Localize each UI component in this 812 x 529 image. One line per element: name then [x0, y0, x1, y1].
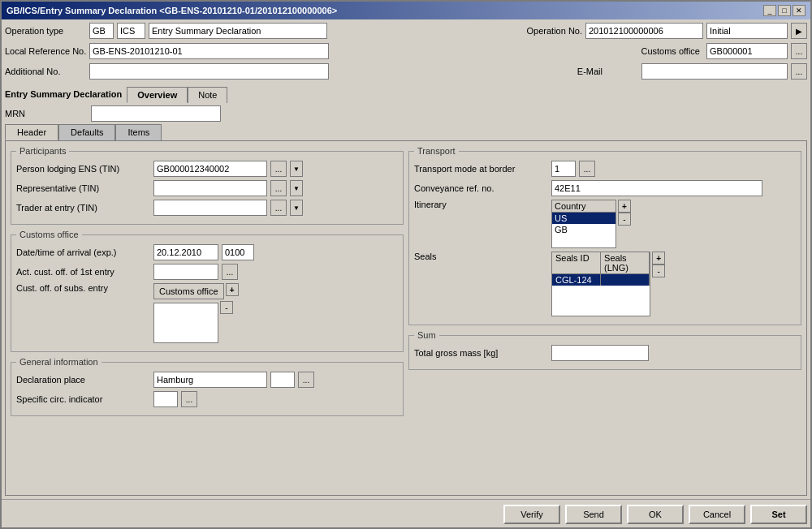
set-button[interactable]: Set [750, 505, 807, 524]
time-value[interactable] [222, 244, 254, 260]
operation-no-label: Operation No. [527, 26, 582, 36]
representative-value[interactable] [153, 180, 267, 196]
person-lodging-value[interactable] [153, 161, 267, 177]
person-lodging-row: Person lodging ENS (TIN) ... ▼ [16, 161, 398, 177]
operation-no-status[interactable] [706, 23, 788, 39]
trader-row: Trader at entry (TIN) ... ▼ [16, 200, 398, 216]
itinerary-add-btn[interactable]: + [618, 200, 631, 213]
itinerary-label: Itinerary [414, 200, 548, 209]
itinerary-list[interactable]: Country US GB [551, 200, 616, 248]
maximize-button[interactable]: □ [778, 5, 791, 16]
general-info-legend: General information [16, 357, 102, 367]
gross-mass-row: Total gross mass [kg] [414, 345, 796, 361]
trader-label: Trader at entry (TIN) [16, 203, 150, 213]
seals-label: Seals [414, 252, 548, 261]
specific-circ-value[interactable] [153, 391, 178, 407]
trader-drop[interactable]: ▼ [290, 200, 303, 216]
send-button[interactable]: Send [565, 505, 622, 524]
itinerary-side-buttons: + - [618, 200, 631, 248]
transport-mode-label: Transport mode at border [414, 164, 548, 174]
mrn-value[interactable] [91, 105, 221, 122]
itinerary-item-us[interactable]: US [552, 213, 615, 224]
tab-header[interactable]: Header [5, 124, 58, 140]
specific-circ-row: Specific circ. indicator ... [16, 391, 398, 407]
act-cust-browse[interactable]: ... [222, 264, 238, 280]
tab-items[interactable]: Items [115, 124, 162, 140]
seals-col1-header: Seals ID [552, 252, 601, 273]
specific-circ-label: Specific circ. indicator [16, 394, 150, 404]
seals-id-cell: CGL-124 [552, 274, 601, 286]
seals-add-btn[interactable]: + [652, 252, 665, 264]
title-bar: GB/ICS/Entry Summary Declaration <GB-ENS… [2, 2, 810, 19]
email-browse-btn[interactable]: ... [791, 63, 807, 80]
title-bar-buttons: _ □ ✕ [763, 5, 806, 16]
declaration-place-value[interactable] [153, 372, 267, 388]
representative-drop[interactable]: ▼ [290, 180, 303, 196]
conveyance-label: Conveyance ref. no. [414, 183, 548, 193]
declaration-place-label: Declaration place [16, 375, 150, 385]
transport-mode-value[interactable] [551, 161, 576, 177]
seals-data-row-1[interactable]: CGL-124 [552, 274, 650, 286]
date-arrival-label: Date/time of arrival (exp.) [16, 247, 150, 257]
window-title: GB/ICS/Entry Summary Declaration <GB-ENS… [6, 6, 337, 15]
close-button[interactable]: ✕ [793, 5, 806, 16]
seals-remove-btn[interactable]: - [652, 264, 665, 277]
representative-browse[interactable]: ... [270, 180, 287, 196]
trader-value[interactable] [153, 200, 267, 216]
operation-no-value[interactable] [585, 23, 703, 39]
transport-group: Transport Transport mode at border ... C… [408, 146, 801, 325]
trader-browse[interactable]: ... [270, 200, 287, 216]
seals-wrapper: Seals ID Seals (LNG) CGL-124 [551, 252, 665, 316]
person-lodging-drop[interactable]: ▼ [290, 161, 303, 177]
declaration-place-code[interactable] [270, 372, 295, 388]
ok-button[interactable]: OK [627, 505, 684, 524]
transport-mode-browse[interactable]: ... [579, 161, 595, 177]
cust-subs-add[interactable]: + [226, 283, 239, 296]
tab-overview[interactable]: Overview [127, 87, 188, 103]
email-label: E-Mail [577, 67, 603, 76]
local-ref-label: Local Reference No. [5, 46, 86, 56]
seals-table[interactable]: Seals ID Seals (LNG) CGL-124 [551, 252, 650, 316]
minimize-button[interactable]: _ [763, 5, 776, 16]
tab-defaults[interactable]: Defaults [58, 124, 115, 140]
operation-type-desc[interactable] [149, 23, 327, 39]
act-cust-value[interactable] [153, 264, 218, 280]
email-value[interactable] [641, 63, 788, 80]
sum-group: Sum Total gross mass [kg] [408, 330, 801, 370]
general-info-group: General information Declaration place ..… [11, 357, 404, 416]
itinerary-item-gb[interactable]: GB [552, 224, 615, 235]
verify-button[interactable]: Verify [503, 505, 560, 524]
cust-subs-row: Cust. off. of subs. entry Customs office… [16, 283, 398, 343]
local-ref-value[interactable] [89, 43, 329, 59]
seals-header: Seals ID Seals (LNG) [552, 252, 650, 274]
operation-no-browse-btn[interactable]: ▶ [791, 23, 807, 39]
tab-header-content: Participants Person lodging ENS (TIN) ..… [5, 140, 807, 496]
customs-area [153, 303, 218, 343]
customs-office-browse-btn[interactable]: ... [791, 43, 807, 59]
customs-office-btn[interactable]: Customs office [153, 283, 224, 299]
cust-subs-remove[interactable]: - [220, 301, 233, 314]
operation-type-gb[interactable] [89, 23, 114, 39]
customs-office-label: Customs office [641, 46, 700, 56]
operation-type-ics[interactable] [117, 23, 145, 39]
person-lodging-browse[interactable]: ... [270, 161, 287, 177]
bottom-buttons: Verify Send OK Cancel Set [2, 499, 810, 527]
tab-note[interactable]: Note [188, 87, 227, 103]
cust-subs-label: Cust. off. of subs. entry [16, 283, 150, 293]
gross-mass-value[interactable] [551, 345, 649, 361]
declaration-place-row: Declaration place ... [16, 372, 398, 388]
act-cust-label: Act. cust. off. of 1st entry [16, 267, 150, 277]
specific-circ-browse[interactable]: ... [181, 391, 197, 407]
seals-row: Seals Seals ID Seals (LNG) CGL-124 [414, 252, 796, 316]
customs-office-value[interactable] [706, 43, 788, 59]
cancel-button[interactable]: Cancel [689, 505, 745, 524]
declaration-place-browse[interactable]: ... [298, 372, 314, 388]
conveyance-value[interactable] [551, 180, 762, 196]
content-area: Operation type Operation No. ▶ Local Ref… [2, 19, 810, 499]
itinerary-remove-btn[interactable]: - [618, 213, 631, 226]
operation-type-label: Operation type [5, 26, 86, 36]
right-panel: Transport Transport mode at border ... C… [408, 146, 801, 490]
date-value[interactable] [153, 244, 218, 260]
entry-summary-tabs: Overview Note [127, 87, 227, 103]
additional-value[interactable] [89, 63, 329, 80]
